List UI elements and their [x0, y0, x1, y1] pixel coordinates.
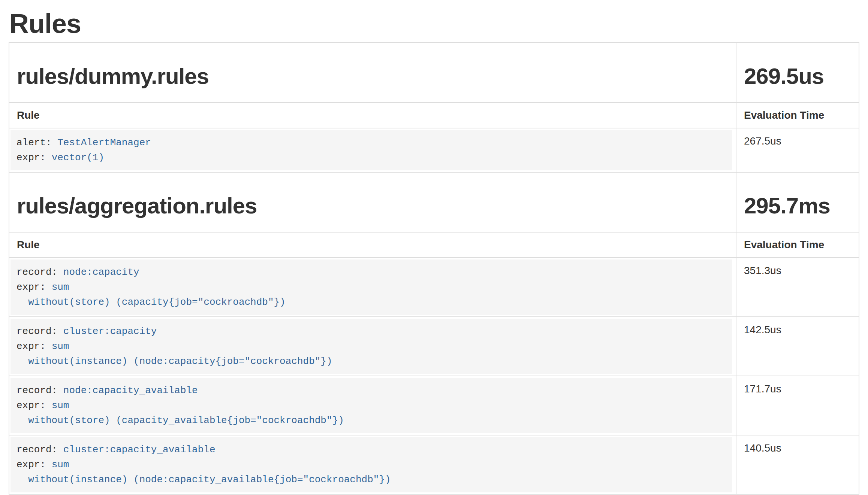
rule-group-name: rules/aggregation.rules: [17, 194, 728, 218]
rule-expr-label: expr:: [16, 282, 46, 293]
rule-definition-code: record: node:capacity_available expr: su…: [10, 378, 732, 433]
rule-group-name: rules/dummy.rules: [17, 64, 728, 89]
rule-name-link[interactable]: TestAlertManager: [57, 137, 151, 148]
rule-row: record: cluster:capacity_available expr:…: [9, 435, 859, 494]
rule-evaluation-time: 140.5us: [736, 435, 859, 494]
rule-group-header-row: rules/dummy.rules 269.5us: [9, 43, 859, 103]
rule-type-label: alert:: [16, 137, 52, 148]
page-title: Rules: [9, 9, 859, 39]
column-header-evaluation-time: Evaluation Time: [736, 232, 859, 258]
rule-type-label: record:: [16, 444, 57, 455]
rule-row: record: cluster:capacity expr: sum witho…: [9, 317, 859, 376]
column-header-rule: Rule: [9, 232, 736, 258]
rule-definition-code: record: cluster:capacity expr: sum witho…: [10, 319, 732, 374]
rule-evaluation-time: 351.3us: [736, 258, 859, 317]
rule-cell: record: cluster:capacity_available expr:…: [9, 435, 736, 494]
rule-name-link[interactable]: cluster:capacity: [63, 326, 157, 337]
rule-definition-code: record: cluster:capacity_available expr:…: [10, 437, 732, 492]
rule-evaluation-time: 171.7us: [736, 376, 859, 435]
rule-group-header-row: rules/aggregation.rules 295.7ms: [9, 172, 859, 232]
rule-name-link[interactable]: node:capacity: [63, 267, 139, 278]
rule-group-total-time-cell: 269.5us: [736, 43, 859, 103]
rule-cell: record: node:capacity_available expr: su…: [9, 376, 736, 435]
rules-table: rules/dummy.rules 269.5us Rule Evaluatio…: [9, 42, 859, 495]
rule-type-label: record:: [16, 385, 57, 396]
page-container: Rules rules/dummy.rules 269.5us Rule Eva…: [0, 9, 868, 495]
rule-cell: record: node:capacity expr: sum without(…: [9, 258, 736, 317]
rule-expr-label: expr:: [16, 459, 46, 470]
rule-expr-label: expr:: [16, 400, 46, 411]
rule-name-link[interactable]: cluster:capacity_available: [63, 444, 216, 455]
rule-expr-link[interactable]: sum without(instance) (node:capacity{job…: [16, 341, 332, 367]
rule-expr-link[interactable]: sum without(instance) (node:capacity_ava…: [16, 459, 391, 485]
rule-group-name-cell: rules/aggregation.rules: [9, 172, 736, 232]
rule-group-total-evaluation-time: 269.5us: [744, 64, 851, 89]
rule-type-label: record:: [16, 326, 57, 337]
column-header-row: Rule Evaluation Time: [9, 103, 859, 128]
rule-group-total-time-cell: 295.7ms: [736, 172, 859, 232]
column-header-evaluation-time: Evaluation Time: [736, 103, 859, 128]
rule-definition-code: alert: TestAlertManager expr: vector(1): [10, 130, 732, 170]
rule-expr-link[interactable]: sum without(store) (capacity{job="cockro…: [16, 282, 286, 308]
rule-expr-link[interactable]: sum without(store) (capacity_available{j…: [16, 400, 344, 426]
rule-name-link[interactable]: node:capacity_available: [63, 385, 198, 396]
rule-cell: alert: TestAlertManager expr: vector(1): [9, 128, 736, 172]
rule-row: alert: TestAlertManager expr: vector(1) …: [9, 128, 859, 172]
rule-expr-label: expr:: [16, 341, 46, 352]
rule-expr-link[interactable]: vector(1): [52, 152, 104, 163]
rule-expr-label: expr:: [16, 152, 46, 163]
rule-evaluation-time: 142.5us: [736, 317, 859, 376]
column-header-rule: Rule: [9, 103, 736, 128]
rule-row: record: node:capacity expr: sum without(…: [9, 258, 859, 317]
rule-definition-code: record: node:capacity expr: sum without(…: [10, 259, 732, 315]
rule-cell: record: cluster:capacity expr: sum witho…: [9, 317, 736, 376]
rule-type-label: record:: [16, 267, 57, 278]
column-header-row: Rule Evaluation Time: [9, 232, 859, 258]
rule-evaluation-time: 267.5us: [736, 128, 859, 172]
rule-row: record: node:capacity_available expr: su…: [9, 376, 859, 435]
rule-group-name-cell: rules/dummy.rules: [9, 43, 736, 103]
rule-group-total-evaluation-time: 295.7ms: [744, 194, 851, 218]
